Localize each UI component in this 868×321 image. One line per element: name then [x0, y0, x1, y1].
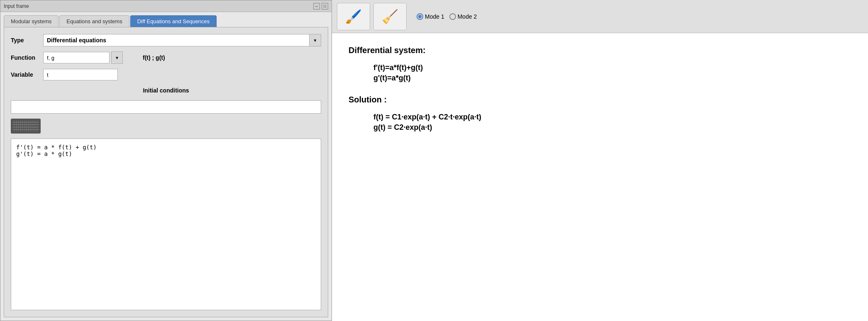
function-display: f(t) ; g(t)	[143, 54, 165, 61]
type-label: Type	[11, 37, 40, 44]
window-titlebar: Input frame – □	[0, 0, 332, 12]
tab-diff[interactable]: Diff Equations and Sequences	[130, 15, 217, 27]
system-eq1: f'(t)=a*f(t)+g(t)	[373, 63, 851, 72]
mode1-radio[interactable]	[417, 13, 423, 20]
function-dropdown-btn[interactable]: ▼	[111, 51, 123, 64]
equation-output: f'(t) = a * f(t) + g(t) g'(t) = a * g(t)	[11, 139, 321, 310]
tab-equations[interactable]: Equations and systems	[59, 15, 129, 27]
right-panel: 🖌️ 🧹 Mode 1 Mode 2 Differential system: …	[332, 0, 868, 321]
mode2-option[interactable]: Mode 2	[449, 13, 477, 20]
mode2-radio[interactable]	[449, 13, 456, 20]
solution-title: Solution :	[349, 95, 851, 105]
tabs-row: Modular systems Equations and systems Di…	[0, 12, 332, 27]
type-row: Type ▼	[11, 34, 321, 46]
mode1-option[interactable]: Mode 1	[417, 13, 444, 20]
mode2-label: Mode 2	[458, 13, 477, 20]
type-dropdown-btn[interactable]: ▼	[310, 34, 321, 46]
left-panel: Input frame – □ Modular systems Equation…	[0, 0, 332, 321]
mode-group: Mode 1 Mode 2	[417, 13, 477, 20]
minimize-button[interactable]: –	[313, 3, 320, 10]
function-row: Function ▼ f(t) ; g(t)	[11, 51, 321, 64]
tab-modular[interactable]: Modular systems	[4, 15, 59, 27]
system-title: Differential system:	[349, 46, 851, 55]
solution-eq2: g(t) = C2·exp(a·t)	[373, 123, 851, 132]
variable-row: Variable	[11, 69, 321, 80]
function-input[interactable]	[43, 52, 110, 63]
equation-line-2: g'(t) = a * g(t)	[16, 151, 316, 157]
clear-tool-btn[interactable]: 🧹	[373, 3, 407, 30]
maximize-button[interactable]: □	[322, 3, 328, 10]
keyboard-icon-btn[interactable]	[11, 119, 41, 134]
initial-conditions-title: Initial conditions	[11, 87, 321, 94]
mode1-label: Mode 1	[425, 13, 444, 20]
variable-input[interactable]	[43, 69, 118, 80]
function-label: Function	[11, 54, 40, 61]
equation-line-1: f'(t) = a * f(t) + g(t)	[16, 144, 316, 151]
right-content: Differential system: f'(t)=a*f(t)+g(t) g…	[332, 33, 868, 321]
diff-equations: f'(t)=a*f(t)+g(t) g'(t)=a*g(t)	[373, 63, 851, 83]
function-input-wrapper: ▼	[43, 51, 123, 64]
system-eq2: g'(t)=a*g(t)	[373, 74, 851, 83]
solution-equations: f(t) = C1·exp(a·t) + C2·t·exp(a·t) g(t) …	[373, 113, 851, 132]
window-title: Input frame	[4, 3, 29, 9]
type-input[interactable]	[43, 34, 310, 46]
solution-eq1: f(t) = C1·exp(a·t) + C2·t·exp(a·t)	[373, 113, 851, 122]
type-select-wrapper: ▼	[43, 34, 321, 46]
paint-icon: 🖌️	[345, 9, 362, 24]
variable-label: Variable	[11, 71, 40, 78]
left-content: Type ▼ Function ▼ f(t) ; g(t) Variable I…	[4, 27, 328, 317]
paint-tool-btn[interactable]: 🖌️	[337, 3, 370, 30]
right-toolbar: 🖌️ 🧹 Mode 1 Mode 2	[332, 0, 868, 33]
window-controls: – □	[313, 3, 328, 10]
conditions-input[interactable]	[11, 100, 321, 114]
broom-icon: 🧹	[382, 9, 398, 24]
